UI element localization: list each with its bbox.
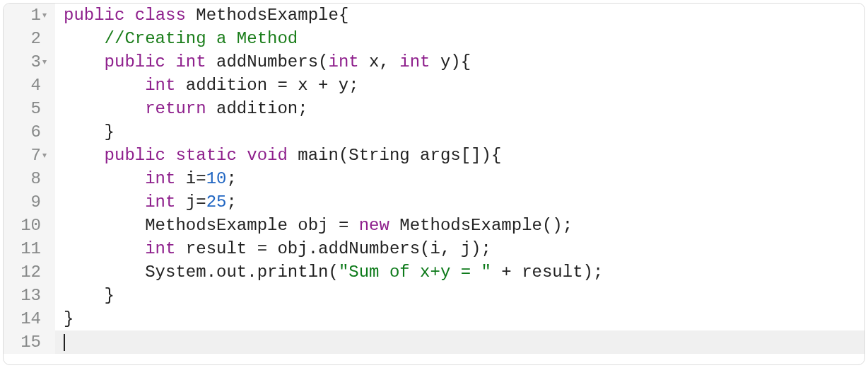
fold-gutter — [42, 260, 55, 284]
line-number: 10 — [4, 214, 42, 237]
code-line[interactable]: 1 ▾ public class MethodsExample{ — [4, 4, 864, 27]
code-line[interactable]: 3 ▾ public int addNumbers(int x, int y){ — [4, 50, 864, 74]
code-text[interactable]: public class MethodsExample{ — [55, 4, 348, 27]
code-line[interactable]: 13 } — [4, 284, 864, 307]
line-number: 3 — [4, 50, 42, 74]
fold-gutter — [42, 167, 55, 190]
fold-gutter — [42, 27, 55, 50]
code-line[interactable]: 4 int addition = x + y; — [4, 74, 864, 97]
code-line[interactable]: 12 System.out.println("Sum of x+y = " + … — [4, 260, 864, 284]
code-text[interactable] — [55, 330, 65, 354]
line-number: 9 — [4, 190, 42, 214]
code-text[interactable]: return addition; — [55, 97, 308, 120]
line-number: 12 — [4, 260, 42, 284]
code-text[interactable]: int i=10; — [55, 167, 237, 190]
fold-toggle[interactable]: ▾ — [42, 4, 55, 27]
fold-gutter — [42, 237, 55, 260]
fold-gutter — [42, 330, 55, 354]
line-number: 2 — [4, 27, 42, 50]
fold-gutter — [42, 190, 55, 214]
fold-toggle[interactable]: ▾ — [42, 144, 55, 167]
fold-gutter — [42, 120, 55, 144]
fold-gutter — [42, 214, 55, 237]
code-text[interactable]: int j=25; — [55, 190, 237, 214]
code-line[interactable]: 2 //Creating a Method — [4, 27, 864, 50]
line-number: 13 — [4, 284, 42, 307]
code-text[interactable]: System.out.println("Sum of x+y = " + res… — [55, 260, 603, 284]
line-number: 8 — [4, 167, 42, 190]
fold-gutter — [42, 284, 55, 307]
line-number: 7 — [4, 144, 42, 167]
code-line[interactable]: 10 MethodsExample obj = new MethodsExamp… — [4, 214, 864, 237]
fold-toggle[interactable]: ▾ — [42, 50, 55, 74]
code-line[interactable]: 5 return addition; — [4, 97, 864, 120]
line-number: 1 — [4, 4, 42, 27]
fold-gutter — [42, 307, 55, 330]
code-line-active[interactable]: 15 — [4, 330, 864, 354]
fold-gutter — [42, 74, 55, 97]
code-text[interactable]: public int addNumbers(int x, int y){ — [55, 50, 471, 74]
code-editor[interactable]: 1 ▾ public class MethodsExample{ 2 //Cre… — [3, 3, 865, 365]
fold-gutter — [42, 97, 55, 120]
code-line[interactable]: 8 int i=10; — [4, 167, 864, 190]
line-number: 11 — [4, 237, 42, 260]
code-text[interactable]: //Creating a Method — [55, 27, 298, 50]
text-cursor — [64, 334, 65, 351]
code-text[interactable]: } — [55, 307, 74, 330]
line-number: 15 — [4, 330, 42, 354]
line-number: 6 — [4, 120, 42, 144]
code-text[interactable]: public static void main(String args[]){ — [55, 144, 501, 167]
line-number: 4 — [4, 74, 42, 97]
line-number: 5 — [4, 97, 42, 120]
code-text[interactable]: int addition = x + y; — [55, 74, 359, 97]
code-line[interactable]: 7 ▾ public static void main(String args[… — [4, 144, 864, 167]
code-text[interactable]: MethodsExample obj = new MethodsExample(… — [55, 214, 573, 237]
code-line[interactable]: 14 } — [4, 307, 864, 330]
code-text[interactable]: int result = obj.addNumbers(i, j); — [55, 237, 491, 260]
code-text[interactable]: } — [55, 284, 115, 307]
code-text[interactable]: } — [55, 120, 115, 144]
code-line[interactable]: 6 } — [4, 120, 864, 144]
code-line[interactable]: 11 int result = obj.addNumbers(i, j); — [4, 237, 864, 260]
code-line[interactable]: 9 int j=25; — [4, 190, 864, 214]
line-number: 14 — [4, 307, 42, 330]
